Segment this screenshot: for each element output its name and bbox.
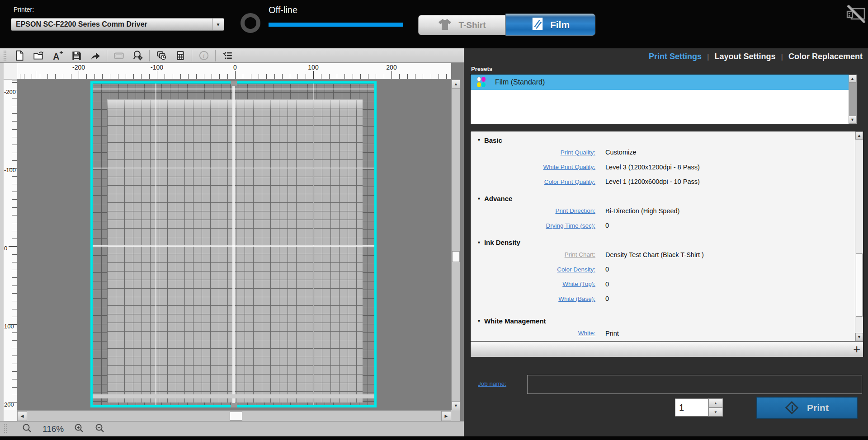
copies-input[interactable] (675, 398, 708, 417)
white-print-quality-link[interactable]: White Print Quality: (471, 164, 595, 170)
color-density-link[interactable]: Color Density: (471, 266, 595, 273)
tab-color-replacement[interactable]: Color Replacement (788, 52, 863, 61)
white-top-value: 0 (605, 281, 609, 288)
setting-row: White (Top): 0 (471, 277, 855, 292)
ruler-label: 200 (386, 64, 396, 71)
tab-layout-settings[interactable]: Layout Settings (715, 52, 776, 61)
drying-time-link[interactable]: Drying Time (sec): (471, 222, 595, 229)
horizontal-ruler: -200 -100 0 100 200 (17, 63, 451, 80)
settings-tabs: Print Settings | Layout Settings | Color… (649, 52, 863, 61)
print-chart-link: Print Chart: (471, 251, 595, 258)
setting-row: Color Print Quality: Level 1 (1200x600dp… (471, 174, 855, 189)
presets-scrollbar[interactable]: ▲ ▼ (849, 75, 857, 124)
setting-row: Drying Time (sec): 0 (471, 218, 855, 233)
tab-separator: | (781, 52, 783, 61)
scroll-down-button[interactable]: ▼ (849, 116, 856, 124)
color-density-value: 0 (605, 266, 609, 273)
job-list-icon[interactable] (220, 49, 235, 62)
job-name-link[interactable]: Job name: (478, 380, 506, 387)
tab-print-settings[interactable]: Print Settings (649, 52, 702, 61)
vertical-scroll-thumb[interactable] (452, 251, 460, 262)
scroll-down-button[interactable]: ▼ (855, 333, 863, 341)
printer-status-icon (241, 13, 260, 33)
calculator-icon[interactable] (173, 49, 188, 62)
white-link[interactable]: White: (471, 330, 595, 337)
scroll-up-button[interactable]: ▲ (849, 75, 856, 83)
window-bottom-edge (0, 436, 868, 440)
ruler-label: 0 (4, 245, 7, 252)
zoom-out-icon[interactable] (94, 423, 105, 435)
settings-scrollbar[interactable]: ▲ ▼ (855, 131, 863, 341)
guide-line (93, 86, 374, 86)
preset-item-film-standard[interactable]: Film (Standard) (471, 75, 857, 90)
print-preview-canvas[interactable] (17, 80, 451, 410)
guide-line (93, 89, 374, 89)
chevron-down-icon[interactable]: ▼ (212, 19, 224, 30)
job-name-input[interactable] (527, 375, 862, 394)
add-text-icon[interactable]: A (50, 49, 65, 62)
center-guide-line (93, 245, 374, 247)
color-print-quality-link[interactable]: Color Print Quality: (471, 178, 595, 185)
white-base-link[interactable]: White (Base): (471, 295, 595, 302)
statusbar-grip-icon[interactable] (4, 423, 7, 435)
zoom-tool-icon[interactable] (22, 423, 33, 435)
printer-select[interactable]: EPSON SC-F2200 Series Comm Driver ▼ (11, 18, 224, 31)
scroll-left-button[interactable]: ◀ (17, 411, 27, 421)
top-bar: Printer: EPSON SC-F2200 Series Comm Driv… (0, 0, 868, 48)
info-icon: i (196, 49, 211, 62)
add-preset-button[interactable]: + (853, 342, 860, 357)
alignment-notch (231, 403, 237, 407)
copies-decrement-button[interactable]: ▼ (708, 407, 723, 417)
white-top-link[interactable]: White (Top): (471, 281, 595, 287)
print-chart-value: Density Test Chart (Black T-Shirt ) (605, 251, 704, 258)
toolbar-separator (192, 50, 192, 61)
scroll-right-button[interactable]: ▶ (441, 411, 451, 421)
settings-scroll-thumb[interactable] (856, 253, 863, 317)
toolbar-separator (215, 50, 216, 61)
tshirt-mode-label: T-Shirt (458, 20, 486, 30)
section-advance[interactable]: ▼ Advance (471, 194, 855, 204)
open-file-icon[interactable] (31, 49, 46, 62)
job-history-icon[interactable] (154, 49, 169, 62)
scroll-up-button[interactable]: ▲ (452, 80, 460, 89)
save-icon[interactable] (69, 49, 84, 62)
zoom-in-icon[interactable] (74, 423, 85, 435)
setting-row: White (Base): 0 (471, 291, 855, 306)
guide-line (93, 168, 374, 169)
print-button[interactable]: Print (756, 397, 858, 419)
ruler-label: -100 (4, 167, 16, 173)
export-icon[interactable] (88, 49, 103, 62)
print-direction-link[interactable]: Print Direction: (471, 207, 595, 214)
print-quality-link[interactable]: Print Quality: (471, 149, 595, 156)
new-document-icon[interactable] (12, 49, 27, 62)
setting-row: Color Density: 0 (471, 262, 855, 277)
section-ink-density[interactable]: ▼ Ink Density (471, 238, 855, 248)
print-quality-value: Customize (605, 149, 637, 156)
collapse-triangle-icon: ▼ (477, 197, 481, 201)
section-basic[interactable]: ▼ Basic (471, 135, 855, 145)
white-value: Print (605, 330, 619, 337)
svg-text:A: A (53, 51, 59, 61)
ruler-label: 0 (233, 64, 237, 71)
section-title: Basic (484, 136, 502, 144)
horizontal-scrollbar[interactable]: ◀ ▶ (17, 410, 451, 421)
section-title: Advance (484, 195, 513, 202)
toolbar-grip-icon[interactable] (2, 49, 8, 62)
mode-toggle: T-Shirt Film (418, 14, 595, 36)
toolbar-separator (107, 50, 107, 61)
copies-increment-button[interactable]: ▲ (708, 398, 723, 407)
zoom-level-value[interactable]: 116% (42, 424, 64, 434)
application-window: Printer: EPSON SC-F2200 Series Comm Driv… (0, 0, 868, 440)
tshirt-mode-button[interactable]: T-Shirt (418, 15, 505, 35)
horizontal-scroll-thumb[interactable] (230, 412, 242, 421)
section-white-management[interactable]: ▼ White Management (471, 316, 855, 326)
scroll-up-button[interactable]: ▲ (855, 131, 863, 140)
platen-frame[interactable] (90, 81, 377, 407)
preview-settings-icon[interactable] (130, 49, 145, 62)
scroll-down-button[interactable]: ▼ (452, 401, 460, 410)
film-mode-button[interactable]: Film (505, 14, 595, 36)
vertical-ruler: -200 -100 0 100 200 (4, 80, 17, 410)
ruler-label: -200 (72, 64, 85, 71)
setting-row: Print Quality: Customize (471, 145, 855, 160)
vertical-scrollbar[interactable]: ▲ ▼ (451, 80, 460, 410)
